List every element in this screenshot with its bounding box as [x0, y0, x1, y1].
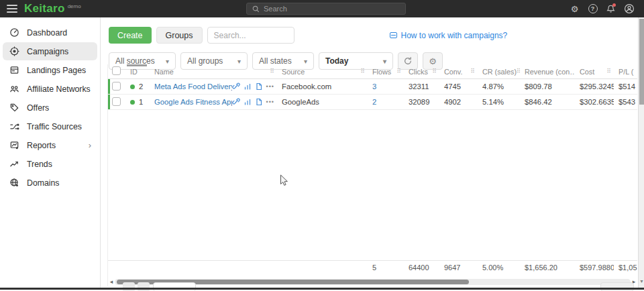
campaign-stats-icon[interactable] [244, 98, 252, 106]
domains-globe-icon [9, 178, 19, 188]
sidebar-label: Reports [27, 141, 56, 150]
campaign-id: 2 [139, 83, 143, 91]
sidebar-label: Dashboard [27, 28, 67, 38]
account-avatar-icon[interactable] [623, 3, 635, 15]
scroll-down-arrow[interactable]: ▼ [639, 279, 644, 284]
sidebar-item-dashboard[interactable]: Dashboard [3, 23, 97, 42]
summary-pl: $1,05 [614, 264, 637, 272]
source-cell: GoogleAds [277, 98, 368, 106]
hamburger-menu-icon[interactable] [7, 5, 17, 13]
page-size-select[interactable] [153, 282, 196, 291]
chevron-down-icon: ▾ [237, 58, 241, 65]
groups-button[interactable]: Groups [156, 27, 203, 44]
global-search-input[interactable] [264, 5, 405, 13]
sidebar-item-offers[interactable]: Offers [3, 99, 97, 117]
sidebar-item-reports[interactable]: Reports › [3, 136, 97, 154]
settings-gear-icon[interactable]: ⚙ [569, 3, 580, 15]
campaign-id: 1 [139, 99, 143, 107]
notification-dot [612, 3, 616, 7]
sidebar-item-affiliate-networks[interactable]: Affiliate Networks [3, 80, 97, 98]
sidebar-item-traffic-sources[interactable]: Traffic Sources [3, 117, 97, 135]
column-header-cr[interactable]: CR (sales) ⠿ [478, 64, 520, 79]
table-row[interactable]: 1 Google Ads Fitness App Split ••• Googl… [108, 95, 637, 110]
chevron-down-icon: ▾ [304, 58, 307, 65]
row-actions: ••• [232, 82, 274, 91]
sidebar-label: Campaigns [27, 47, 68, 56]
row-checkbox[interactable] [112, 97, 121, 106]
column-header-source[interactable]: Source ⠿ [277, 64, 368, 79]
vscroll-thumb[interactable] [639, 19, 644, 105]
topbar: Keitaro demo ⚙ ? [0, 0, 644, 17]
notifications-bell-icon[interactable] [605, 3, 616, 15]
select-all-checkbox[interactable] [112, 66, 121, 75]
trends-icon [9, 159, 19, 170]
sidebar-item-trends[interactable]: Trends [3, 155, 97, 173]
topbar-actions: ⚙ ? [569, 0, 635, 17]
drag-handle-icon[interactable]: ⠿ [606, 68, 611, 74]
drag-handle-icon[interactable]: ⠿ [270, 68, 274, 74]
conv-cell: 4745 [439, 82, 478, 91]
sidebar-label: Traffic Sources [27, 122, 82, 131]
scroll-left-arrow[interactable]: ◂ [108, 278, 115, 285]
help-icon[interactable]: ? [587, 3, 598, 15]
table-header-row: ID Name ⠿ Source ⠿ Flows ⠿ Clicks ⠿ [108, 64, 637, 79]
column-header-pl[interactable]: P/L ( [614, 64, 637, 79]
window-bottom-edge [0, 288, 644, 290]
book-icon [390, 32, 397, 38]
sidebar-item-campaigns[interactable]: Campaigns [3, 42, 97, 60]
campaigns-search-input[interactable] [207, 27, 294, 44]
row-checkbox[interactable] [112, 82, 121, 91]
campaign-link-icon[interactable] [232, 82, 240, 91]
status-active-dot [130, 100, 135, 105]
sidebar-label: Offers [27, 103, 49, 113]
drag-handle-icon[interactable]: ⠿ [396, 68, 401, 74]
row-actions: ••• [232, 98, 274, 106]
column-header-flows[interactable]: Flows ⠿ [368, 64, 404, 79]
campaign-name-link[interactable]: Meta Ads Food Delivery Promo [154, 82, 232, 91]
campaign-stats-icon[interactable] [244, 82, 252, 91]
sidebar-item-landings-pages[interactable]: Landings Pages [3, 61, 97, 79]
global-search[interactable] [246, 3, 406, 15]
create-button[interactable]: Create [109, 27, 152, 44]
flows-link[interactable]: 2 [372, 98, 376, 106]
more-actions-icon[interactable]: ••• [266, 83, 274, 90]
cost-cell: $302.6635 [575, 98, 614, 106]
campaign-name-link[interactable]: Google Ads Fitness App Split [154, 98, 232, 106]
conv-cell: 4902 [439, 98, 478, 106]
campaign-link-icon[interactable] [232, 98, 240, 106]
campaign-report-icon[interactable] [255, 82, 263, 91]
drag-handle-icon[interactable]: ⠿ [432, 68, 437, 74]
table-empty-area [108, 110, 637, 260]
vertical-scrollbar[interactable]: ▼ [638, 17, 644, 288]
status-active-dot [130, 84, 135, 89]
campaign-report-icon[interactable] [255, 98, 263, 106]
affiliate-networks-icon [9, 84, 19, 95]
more-actions-icon[interactable]: ••• [266, 99, 274, 105]
revenue-cell: $846.42 [520, 98, 575, 106]
help-article-link[interactable]: How to work with campaigns? [390, 31, 508, 40]
traffic-sources-icon [9, 121, 19, 132]
column-header-name[interactable]: Name ⠿ [150, 64, 277, 79]
cr-cell: 5.14% [478, 98, 520, 106]
column-header-clicks[interactable]: Clicks ⠿ [404, 64, 439, 79]
drag-handle-icon[interactable]: ⠿ [470, 68, 475, 74]
drag-handle-icon[interactable]: ⠿ [360, 68, 365, 74]
column-header-cost[interactable]: Cost ⠿ [575, 64, 614, 79]
reports-icon [9, 140, 19, 151]
landings-pages-icon [9, 65, 19, 76]
pagination-next-button[interactable] [138, 282, 150, 291]
column-header-conv[interactable]: Conv. ⠿ [439, 64, 478, 79]
user-icon [624, 3, 635, 14]
sidebar-label: Affiliate Networks [27, 84, 91, 94]
clicks-cell: 32089 [404, 98, 439, 106]
campaigns-target-icon [9, 46, 19, 57]
flows-link[interactable]: 3 [372, 82, 376, 91]
table-row[interactable]: 2 Meta Ads Food Delivery Promo ••• Faceb… [108, 79, 637, 95]
sidebar-label: Landings Pages [27, 66, 86, 75]
sidebar-label: Domains [27, 178, 60, 188]
column-header-revenue[interactable]: Revenue (con… ⠿ [520, 64, 575, 79]
pagination-right-button[interactable] [600, 282, 634, 291]
column-header-id[interactable]: ID [125, 64, 150, 79]
pagination-prev-button[interactable] [123, 282, 135, 291]
sidebar-item-domains[interactable]: Domains [3, 174, 97, 192]
